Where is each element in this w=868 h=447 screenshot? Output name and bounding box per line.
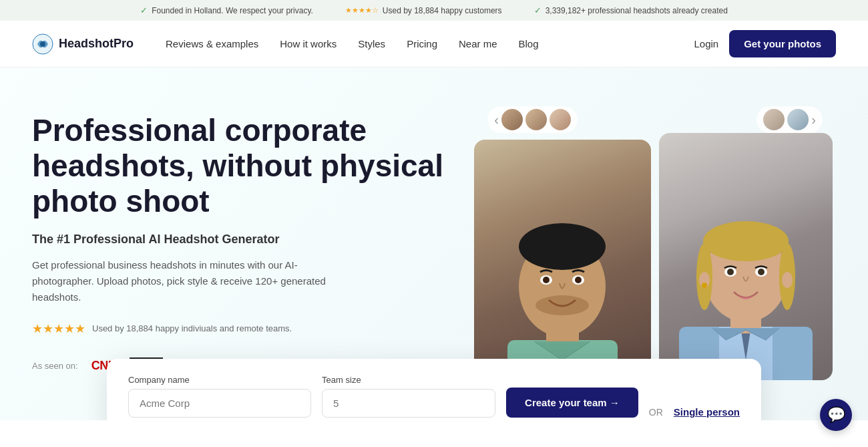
nav-near-me[interactable]: Near me xyxy=(459,38,497,49)
banner-text-headshots: 3,339,182+ professional headshots alread… xyxy=(546,6,728,15)
logo-icon xyxy=(32,33,53,55)
hero-left: Professional corporate headshots, withou… xyxy=(32,100,474,377)
header-actions: Login Get your photos xyxy=(694,30,836,57)
header: HeadshotPro Reviews & examples How it wo… xyxy=(0,21,868,67)
svg-point-8 xyxy=(543,277,550,283)
single-person-link[interactable]: Single person xyxy=(674,406,740,418)
chat-icon: 💬 xyxy=(827,406,845,420)
headshot-male xyxy=(474,140,651,380)
svg-point-1 xyxy=(40,41,45,47)
hero-description: Get professional business headshots in m… xyxy=(32,257,353,305)
female-person-svg xyxy=(659,133,833,380)
logo-text: HeadshotPro xyxy=(59,37,134,51)
check-icon: ✓ xyxy=(140,5,148,15)
login-button[interactable]: Login xyxy=(694,38,718,49)
svg-point-20 xyxy=(782,272,793,288)
team-size-field: Team size xyxy=(322,375,495,418)
company-name-field: Company name xyxy=(128,375,311,418)
team-size-label: Team size xyxy=(322,375,495,385)
hero-rating-text: Used by 18,884 happy indiviuals and remo… xyxy=(92,323,292,333)
company-name-label: Company name xyxy=(128,375,311,385)
hero-title: Professional corporate headshots, withou… xyxy=(32,113,447,219)
main-nav: Reviews & examples How it works Styles P… xyxy=(166,38,694,49)
team-size-input[interactable] xyxy=(322,389,495,418)
svg-point-6 xyxy=(519,223,606,270)
hero-subtitle: The #1 Professional AI Headshot Generato… xyxy=(32,233,447,247)
get-photos-button[interactable]: Get your photos xyxy=(729,30,836,57)
svg-point-16 xyxy=(703,221,789,261)
create-team-button[interactable]: Create your team → xyxy=(506,388,638,418)
top-banner: ✓ Founded in Holland. We respect your pr… xyxy=(0,0,868,21)
svg-point-21 xyxy=(702,283,707,288)
svg-point-10 xyxy=(575,277,582,283)
hero-stars: ★★★★★ xyxy=(32,321,85,336)
stars-small-icon: ★★★★☆ xyxy=(345,6,379,15)
as-seen-label: As seen on: xyxy=(32,361,78,371)
team-form: Company name Team size Create your team … xyxy=(107,359,761,420)
banner-item-privacy: ✓ Founded in Holland. We respect your pr… xyxy=(140,5,313,15)
banner-text-customers: Used by 18,884 happy customers xyxy=(383,6,502,15)
banner-text-privacy: Founded in Holland. We respect your priv… xyxy=(152,6,313,15)
banner-item-headshots: ✓ 3,339,182+ professional headshots alre… xyxy=(534,5,728,15)
nav-reviews[interactable]: Reviews & examples xyxy=(166,38,258,49)
check-icon-2: ✓ xyxy=(534,5,541,15)
hero-rating: ★★★★★ Used by 18,884 happy indiviuals an… xyxy=(32,321,447,336)
headshot-female xyxy=(659,133,833,380)
nav-pricing[interactable]: Pricing xyxy=(407,38,437,49)
nav-styles[interactable]: Styles xyxy=(358,38,385,49)
hero-section: Professional corporate headshots, withou… xyxy=(0,67,868,420)
male-person-svg xyxy=(474,140,651,380)
banner-item-customers: ★★★★☆ Used by 18,884 happy customers xyxy=(345,6,502,15)
svg-point-23 xyxy=(727,269,734,275)
svg-point-25 xyxy=(758,269,765,275)
svg-point-11 xyxy=(535,295,589,315)
nav-blog[interactable]: Blog xyxy=(519,38,539,49)
logo-link[interactable]: HeadshotPro xyxy=(32,33,134,55)
or-divider: OR xyxy=(649,407,663,418)
nav-how-it-works[interactable]: How it works xyxy=(280,38,337,49)
company-name-input[interactable] xyxy=(128,389,311,418)
